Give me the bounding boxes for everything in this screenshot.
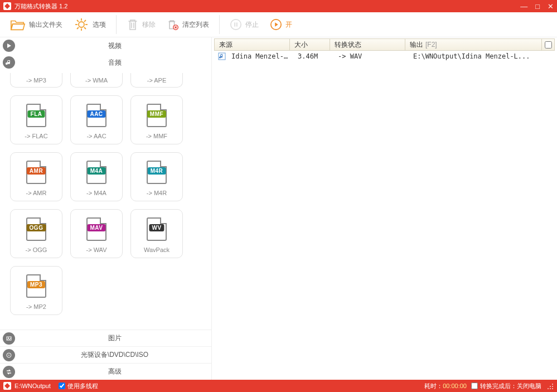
format-grid: -> MP3-> WMA-> APE FLA -> FLAC AAC -> AA…: [10, 73, 211, 315]
format-badge: AMR: [27, 167, 46, 175]
format-badge: MP3: [27, 281, 45, 288]
category-image[interactable]: 图片: [0, 330, 211, 346]
svg-line-9: [84, 20, 86, 22]
right-panel: 来源 大小 转换状态 输出[F2] Idina Menzel-Let... 3.…: [212, 37, 557, 380]
svg-point-1: [79, 22, 84, 27]
cell-output: E:\WNOutput\Idina Menzel-L...: [409, 52, 554, 60]
maximize-button[interactable]: □: [535, 2, 540, 11]
format-grid-scroll[interactable]: -> MP3-> WMA-> APE FLA -> FLAC AAC -> AA…: [0, 71, 211, 330]
svg-point-23: [552, 384, 553, 385]
svg-point-11: [231, 20, 241, 30]
svg-rect-13: [236, 22, 238, 26]
format-card[interactable]: M4R -> M4R: [130, 152, 183, 201]
trash-icon: [127, 18, 139, 31]
svg-point-28: [552, 388, 553, 389]
list-header: 来源 大小 转换状态 输出[F2]: [214, 38, 555, 51]
app-logo-icon: [3, 2, 11, 10]
svg-marker-0: [4, 3, 10, 9]
format-badge: WV: [149, 224, 164, 231]
format-card[interactable]: -> APE: [130, 73, 183, 88]
svg-point-25: [552, 386, 553, 387]
col-size[interactable]: 大小: [290, 39, 330, 50]
multithread-checkbox[interactable]: [59, 383, 65, 389]
svg-point-27: [550, 388, 551, 389]
format-label: -> AMR: [26, 190, 47, 196]
format-label: -> WAV: [86, 246, 107, 253]
toolbar-separator: [219, 15, 220, 34]
shutdown-checkbox[interactable]: [471, 383, 478, 389]
select-all-checkbox[interactable]: [545, 41, 552, 49]
minimize-button[interactable]: —: [520, 2, 527, 11]
format-card[interactable]: -> WMA: [70, 73, 123, 88]
list-row[interactable]: Idina Menzel-Let... 3.46M -> WAV E:\WNOu…: [214, 51, 555, 62]
remove-button[interactable]: 移除: [122, 16, 160, 33]
format-card[interactable]: MAV -> WAV: [70, 209, 123, 258]
multithread-option[interactable]: 使用多线程: [59, 382, 98, 390]
format-badge: M4R: [148, 167, 166, 175]
start-button[interactable]: 开: [265, 16, 297, 33]
after-done-option[interactable]: 转换完成后：关闭电脑: [471, 382, 541, 390]
format-badge: AAC: [87, 110, 105, 118]
svg-line-8: [77, 27, 79, 29]
gear-icon: [74, 17, 89, 32]
category-advanced[interactable]: 高级: [0, 363, 211, 380]
options-button[interactable]: 选项: [69, 14, 110, 35]
left-panel: 视频 音频 -> MP3-> WMA-> APE FLA -> FLAC AAC…: [0, 37, 212, 380]
format-card[interactable]: OGG -> OGG: [10, 209, 62, 258]
format-card[interactable]: AMR -> AMR: [10, 152, 62, 201]
format-label: -> M4A: [86, 190, 106, 196]
format-label: WavPack: [144, 246, 169, 253]
format-card[interactable]: AAC -> AAC: [70, 95, 123, 144]
cell-status: -> WAV: [333, 52, 409, 60]
format-badge: MAV: [88, 224, 106, 231]
clear-list-button[interactable]: 清空列表: [162, 16, 214, 33]
swap-icon: [3, 366, 15, 378]
category-audio[interactable]: 音频: [0, 54, 211, 71]
format-card[interactable]: FLA -> FLAC: [10, 95, 62, 144]
category-video[interactable]: 视频: [0, 37, 211, 54]
svg-line-7: [84, 27, 86, 29]
format-card[interactable]: MMF -> MMF: [130, 95, 183, 144]
music-icon: [3, 56, 15, 69]
format-label: -> AAC: [86, 133, 106, 139]
format-label: -> APE: [147, 77, 167, 84]
format-card[interactable]: MP3 -> MP2: [10, 266, 62, 315]
svg-marker-15: [275, 22, 278, 26]
col-checkbox[interactable]: [542, 39, 554, 50]
format-label: -> OGG: [26, 246, 47, 253]
folder-open-icon: [10, 17, 26, 32]
output-folder-button[interactable]: 输出文件夹: [6, 14, 67, 35]
cell-source: Idina Menzel-Let...: [227, 52, 293, 60]
svg-point-26: [548, 388, 549, 389]
col-source[interactable]: 来源: [215, 39, 290, 50]
elapsed-time: 耗时：00:00:00: [424, 382, 467, 390]
format-card[interactable]: M4A -> M4A: [70, 152, 123, 201]
cell-size: 3.46M: [293, 52, 333, 60]
resize-grip-icon[interactable]: [546, 382, 554, 390]
audio-file-icon: [218, 52, 226, 60]
output-path-label[interactable]: E:\WNOutput: [14, 383, 51, 389]
video-icon: [3, 40, 15, 52]
format-badge: OGG: [27, 224, 46, 231]
col-output[interactable]: 输出[F2]: [405, 39, 542, 50]
toolbar-separator: [116, 15, 117, 34]
toolbar: 输出文件夹 选项 移除 清空列表 停止 开: [0, 12, 557, 37]
svg-rect-12: [234, 22, 235, 26]
category-disc[interactable]: 光驱设备\DVD\CD\ISO: [0, 346, 211, 363]
svg-point-20: [8, 355, 9, 356]
titlebar: 万能格式转换器 1.2 — □ ✕: [0, 0, 557, 12]
statusbar: E:\WNOutput 使用多线程 耗时：00:00:00 转换完成后：关闭电脑: [0, 380, 557, 392]
col-status[interactable]: 转换状态: [330, 39, 405, 50]
pause-button[interactable]: 停止: [225, 16, 263, 33]
close-button[interactable]: ✕: [548, 2, 554, 11]
format-card[interactable]: -> MP3: [10, 73, 62, 88]
svg-line-6: [77, 20, 79, 22]
format-badge: M4A: [88, 167, 106, 175]
trash-clear-icon: [167, 18, 179, 31]
format-card[interactable]: WV WavPack: [130, 209, 183, 258]
statusbar-logo-icon: [3, 382, 11, 390]
format-label: -> FLAC: [25, 133, 47, 139]
format-badge: MMF: [147, 110, 166, 118]
list-body[interactable]: Idina Menzel-Let... 3.46M -> WAV E:\WNOu…: [212, 51, 557, 380]
app-title: 万能格式转换器 1.2: [14, 2, 67, 11]
